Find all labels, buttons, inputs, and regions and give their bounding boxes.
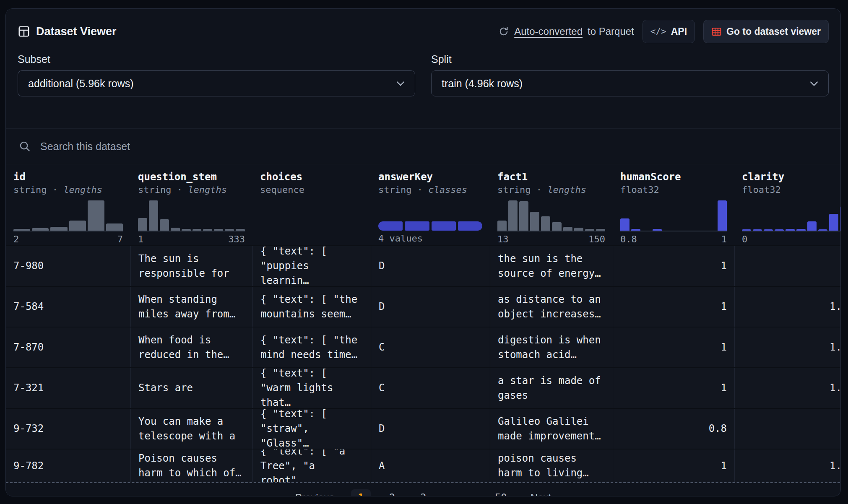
refresh-icon	[498, 26, 509, 37]
subset-select-value: additional (5.96k rows)	[28, 78, 134, 90]
dataset-viewer-screen: Dataset Viewer Auto-converted to Parquet…	[0, 0, 848, 504]
column-header-fact1: fact1string · lengths13150	[490, 164, 613, 245]
cell-humanScore: 1	[613, 246, 734, 286]
cell-answerKey: D	[371, 287, 490, 327]
cell-choices: { "text": [ "straw", "Glass"…	[252, 409, 371, 449]
table-row[interactable]: 9-782Poison causes harm to which of…{ "t…	[6, 449, 841, 483]
page-button-3[interactable]: 3	[414, 489, 433, 496]
subset-control: Subset additional (5.96k rows)	[18, 53, 415, 96]
cell-id: 9-732	[6, 409, 130, 449]
auto-converted-link[interactable]: Auto-converted	[514, 26, 583, 37]
search-input[interactable]: Search this dataset	[6, 129, 840, 164]
histogram-bar	[236, 229, 245, 231]
go-to-dataset-viewer-button[interactable]: Go to dataset viewer	[703, 20, 829, 43]
page-button-2[interactable]: 2	[382, 489, 402, 496]
card-header: Dataset Viewer Auto-converted to Parquet…	[6, 9, 840, 45]
histogram-min-label: 4 values	[378, 233, 423, 244]
histogram-fact1[interactable]	[497, 200, 605, 231]
cell-choices: { "text": [ "a Tree", "a robot"…	[252, 449, 371, 482]
histogram-bar	[786, 229, 795, 231]
histogram-labels	[260, 231, 363, 236]
histogram-max-label: 1	[721, 234, 727, 244]
dataset-table: idstring · lengths27question_stemstring …	[6, 164, 841, 483]
histogram-answerKey[interactable]	[378, 200, 482, 231]
cell-choices: { "text": [ "the mountains seem…	[252, 287, 371, 327]
histogram-bar	[69, 221, 86, 231]
histogram-bar	[807, 221, 817, 231]
cell-id: 7-980	[6, 246, 130, 286]
column-name: id	[13, 171, 123, 183]
histogram-bar	[519, 201, 528, 231]
column-name: fact1	[497, 171, 605, 183]
cell-answerKey: D	[371, 246, 490, 286]
table-header-row: idstring · lengths27question_stemstring …	[6, 164, 841, 245]
red-grid-icon	[711, 26, 722, 37]
cell-fact1: the sun is the source of energy…	[490, 246, 613, 286]
column-name: question_stem	[138, 171, 245, 183]
api-button[interactable]: </> API	[643, 20, 695, 43]
histogram-bar	[32, 228, 49, 231]
cell-id: 7-584	[6, 287, 130, 327]
page-button-...[interactable]: ...	[445, 489, 476, 496]
cell-answerKey: D	[371, 409, 490, 449]
histogram-id[interactable]	[13, 200, 123, 231]
chevron-right-icon: ›	[557, 491, 561, 497]
chevron-down-icon	[396, 81, 405, 86]
histogram-bar	[563, 227, 572, 231]
cell-answerKey: C	[371, 327, 490, 367]
cell-clarity: 1.	[734, 368, 841, 408]
table-row[interactable]: 7-584When standing miles away from…{ "te…	[6, 286, 841, 327]
class-segment	[405, 221, 429, 231]
histogram-clarity[interactable]	[742, 200, 841, 231]
histogram-bar	[541, 216, 550, 231]
histogram-bar	[596, 229, 605, 231]
histogram-bar	[149, 200, 158, 231]
split-select[interactable]: train (4.96k rows)	[431, 70, 829, 96]
histogram-bar	[203, 229, 212, 231]
histogram-bar	[160, 219, 169, 231]
histogram-bar	[182, 229, 191, 231]
cell-fact1: a star is made of gases	[490, 368, 613, 408]
histogram-labels: 4 values	[378, 231, 482, 247]
subset-select[interactable]: additional (5.96k rows)	[18, 70, 415, 96]
histogram-bar	[13, 229, 30, 231]
cell-fact1: poison causes harm to living…	[490, 449, 613, 482]
cell-clarity: 1.	[734, 287, 841, 327]
cell-humanScore: 1	[613, 449, 734, 482]
column-header-humanScore: humanScorefloat320.81	[613, 164, 734, 245]
code-icon: </>	[650, 26, 666, 36]
table-row[interactable]: 9-732You can make a telescope with a{ "t…	[6, 408, 841, 449]
cell-question_stem: When standing miles away from…	[130, 287, 252, 327]
column-type: string · lengths	[13, 184, 123, 195]
next-label: Next	[531, 492, 551, 496]
histogram-humanScore[interactable]	[620, 200, 727, 231]
histogram-bar	[106, 223, 123, 231]
column-type: float32	[742, 184, 841, 195]
histogram-question_stem[interactable]	[138, 200, 245, 231]
cell-question_stem: Stars are	[130, 368, 252, 408]
histogram-max-label: 333	[228, 234, 245, 244]
table-row[interactable]: 7-321Stars are{ "text": [ "warm lights t…	[6, 367, 841, 408]
previous-page-button[interactable]: ‹ Previous	[286, 491, 334, 497]
table-row[interactable]: 7-870When food is reduced in the…{ "text…	[6, 327, 841, 367]
histogram-choices	[260, 200, 363, 231]
class-segment	[458, 221, 482, 231]
cell-id: 7-321	[6, 368, 130, 408]
split-control: Split train (4.96k rows)	[431, 53, 829, 96]
table-icon	[18, 25, 30, 38]
auto-converted: Auto-converted to Parquet	[498, 26, 634, 37]
cell-humanScore: 1	[613, 368, 734, 408]
histogram-bar	[138, 218, 147, 231]
cell-question_stem: When food is reduced in the…	[130, 327, 252, 367]
table-row[interactable]: 7-980The sun is responsible for{ "text":…	[6, 245, 841, 286]
cell-question_stem: Poison causes harm to which of…	[130, 449, 252, 482]
histogram-labels: 27	[13, 231, 123, 248]
pagination: ‹ Previous 123...50 Next ›	[6, 483, 840, 496]
column-header-choices: choicessequence	[252, 164, 371, 245]
column-type: float32	[620, 184, 727, 195]
page-button-1[interactable]: 1	[351, 489, 370, 496]
next-page-button[interactable]: Next ›	[531, 491, 561, 497]
histogram-bar	[171, 228, 180, 231]
page-button-50[interactable]: 50	[488, 489, 514, 496]
histogram-min-label: 2	[13, 234, 19, 244]
